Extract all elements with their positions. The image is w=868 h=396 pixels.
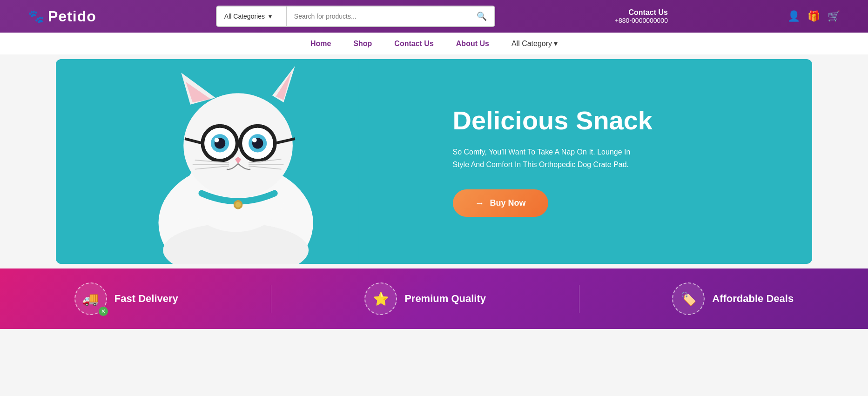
svg-point-18 <box>252 138 257 142</box>
arrow-icon: → <box>475 198 484 208</box>
logo-area[interactable]: 🐾 Petido <box>28 8 96 25</box>
feature-item-affordable-deals: 🏷️ Affordable Deals <box>672 282 794 315</box>
hero-cat-illustration <box>56 59 434 264</box>
close-badge: ✕ <box>99 307 108 316</box>
hero-description: So Comfy, You’ll Want To Take A Nap On I… <box>453 146 648 171</box>
hero-banner: Delicious Snack So Comfy, You’ll Want To… <box>56 59 812 264</box>
contact-label: Contact Us <box>615 8 668 17</box>
chevron-down-icon: ▾ <box>269 13 272 20</box>
category-dropdown-label: All Categories <box>224 13 265 20</box>
cart-icon[interactable]: 🛒 <box>828 10 840 22</box>
premium-quality-icon-circle: ⭐ <box>364 282 397 315</box>
chevron-down-icon: ▾ <box>554 39 558 48</box>
contact-phone: +880-0000000000 <box>615 17 668 24</box>
affordable-deals-icon-circle: 🏷️ <box>672 282 705 315</box>
buy-now-label: Buy Now <box>490 198 526 208</box>
nav-item-all-category[interactable]: All Category ▾ <box>511 39 558 48</box>
nav-item-contact[interactable]: Contact Us <box>394 40 433 48</box>
affordable-deals-label: Affordable Deals <box>712 293 794 305</box>
fast-delivery-icon-circle: 🚚 ✕ <box>74 282 107 315</box>
search-area: All Categories ▾ 🔍 <box>216 6 495 27</box>
gift-icon[interactable]: 🎁 <box>807 10 820 22</box>
hero-image-area <box>56 59 434 264</box>
hero-title: Delicious Snack <box>453 106 785 135</box>
buy-now-button[interactable]: → Buy Now <box>453 189 548 217</box>
nav-bar: Home Shop Contact Us About Us All Catego… <box>0 33 868 54</box>
nav-item-shop[interactable]: Shop <box>353 40 372 48</box>
nav-item-about[interactable]: About Us <box>456 40 489 48</box>
fast-delivery-icon: 🚚 <box>82 291 99 307</box>
affordable-deals-icon: 🏷️ <box>680 291 697 307</box>
user-icon[interactable]: 👤 <box>787 10 800 22</box>
hero-wrapper: Delicious Snack So Comfy, You’ll Want To… <box>0 54 868 268</box>
svg-point-13 <box>215 138 219 142</box>
divider-1 <box>271 285 271 313</box>
premium-quality-label: Premium Quality <box>404 293 486 305</box>
site-header: 🐾 Petido All Categories ▾ 🔍 Contact Us +… <box>0 0 868 33</box>
category-dropdown[interactable]: All Categories ▾ <box>217 7 287 26</box>
features-bar: 🚚 ✕ Fast Delivery ⭐ Premium Quality 🏷️ A… <box>0 268 868 329</box>
logo-icon: 🐾 <box>28 9 44 24</box>
search-input[interactable] <box>287 7 469 26</box>
logo-text: Petido <box>48 8 96 25</box>
header-icons: 👤 🎁 🛒 <box>787 10 840 22</box>
nav-item-home[interactable]: Home <box>310 40 331 48</box>
fast-delivery-label: Fast Delivery <box>114 293 178 305</box>
search-icon: 🔍 <box>477 12 487 21</box>
search-button[interactable]: 🔍 <box>469 7 494 26</box>
feature-item-fast-delivery: 🚚 ✕ Fast Delivery <box>74 282 178 315</box>
feature-item-premium-quality: ⭐ Premium Quality <box>364 282 486 315</box>
svg-point-30 <box>236 202 241 208</box>
contact-area: Contact Us +880-0000000000 <box>615 8 668 24</box>
divider-2 <box>579 285 579 313</box>
hero-content: Delicious Snack So Comfy, You’ll Want To… <box>434 78 813 245</box>
premium-quality-icon: ⭐ <box>373 291 389 307</box>
